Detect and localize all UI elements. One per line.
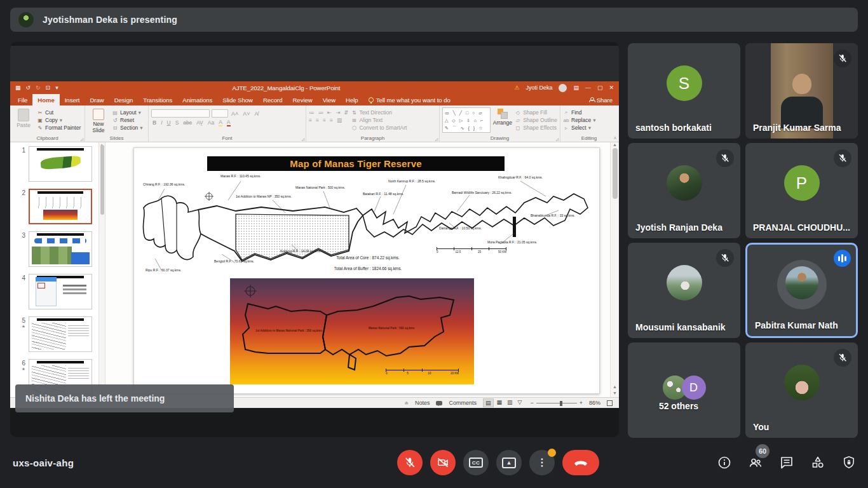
slideshow-view-icon[interactable]: ▽ xyxy=(516,398,524,407)
bullets-icon[interactable]: ≔ xyxy=(309,109,315,116)
participants-button[interactable]: 60 xyxy=(748,455,763,470)
reset-button[interactable]: ↺Reset xyxy=(112,117,143,123)
ppt-share-button[interactable]: Share xyxy=(583,94,619,105)
align-left-icon[interactable]: ≡ xyxy=(309,117,312,123)
arrange-button[interactable]: Arrange xyxy=(493,107,512,134)
ribbon-tab[interactable]: Help xyxy=(341,94,363,105)
find-button[interactable]: ⌕Find xyxy=(563,109,595,116)
format-painter-button[interactable]: ✎Format Painter xyxy=(37,125,81,131)
smartart-button[interactable]: ⬡Convert to SmartArt xyxy=(351,125,407,131)
shapes-gallery[interactable]: ▭ ╲ ╱ □ ○ ▱ △ ◇ ▷ ⇩ ⌂ ⌐ ✎ ⌒ ∿ { } ☆ xyxy=(442,107,491,133)
bold-button[interactable]: B xyxy=(153,119,156,126)
ribbon-tab[interactable]: Design xyxy=(109,94,139,105)
next-slide-icon[interactable]: ▼ xyxy=(613,391,617,395)
slide-sorter-view-icon[interactable]: ▦ xyxy=(495,398,505,407)
paste-button[interactable]: Paste xyxy=(13,107,34,134)
shadow-button[interactable]: S xyxy=(175,119,179,126)
layout-button[interactable]: ▤Layout ▾ xyxy=(112,109,143,116)
font-dialog-launcher[interactable]: ◿ xyxy=(301,137,304,141)
notes-button[interactable]: Notes xyxy=(415,400,430,406)
slide-scrollbar[interactable]: ▲ ▲ ▼ xyxy=(610,142,619,397)
quick-access-toolbar[interactable]: ▦ ↺ ↻ ⊡ ▾ xyxy=(15,85,58,91)
slide-thumbnail[interactable]: 4 ★ xyxy=(17,274,105,309)
participant-tile[interactable]: P PRANJAL CHOUDHU... xyxy=(745,143,858,238)
comments-button[interactable]: Comments xyxy=(449,400,477,406)
tell-me-box[interactable]: Tell me what you want to do xyxy=(363,94,456,105)
leave-call-button[interactable] xyxy=(562,450,599,475)
qat-customize-icon[interactable]: ▾ xyxy=(55,85,58,91)
participant-tile[interactable]: Pranjit Kumar Sarma xyxy=(745,43,858,139)
indent-decrease-icon[interactable]: ⇤ xyxy=(327,109,332,116)
collapse-ribbon-icon[interactable]: ˄ xyxy=(614,136,616,140)
ribbon-tab[interactable]: Insert xyxy=(60,94,85,105)
shrink-font-icon[interactable]: A˅ xyxy=(241,111,251,117)
ppt-user-avatar[interactable] xyxy=(559,84,567,92)
ribbon-tab[interactable]: File xyxy=(13,94,32,105)
participant-tile[interactable]: Mousumi kansabanik xyxy=(628,243,740,338)
shape-effects-button[interactable]: ◻Shape Effects xyxy=(515,125,557,131)
ribbon-tab[interactable]: Record xyxy=(258,94,288,105)
shape-fill-button[interactable]: ◇Shape Fill xyxy=(515,109,557,116)
select-button[interactable]: ▹Select ▾ xyxy=(563,125,595,131)
fit-to-window-icon[interactable] xyxy=(607,400,613,406)
section-button[interactable]: ⊟Section ▾ xyxy=(112,125,143,131)
reading-view-icon[interactable]: ▥ xyxy=(505,398,515,407)
host-controls-button[interactable] xyxy=(841,455,857,470)
line-spacing-icon[interactable]: ⇵ xyxy=(344,109,348,116)
ribbon-display-icon[interactable]: ▤ xyxy=(573,85,579,91)
indent-increase-icon[interactable]: ⇥ xyxy=(336,109,340,116)
start-slideshow-icon[interactable]: ⊡ xyxy=(46,85,51,91)
close-icon[interactable]: ✕ xyxy=(609,85,614,91)
more-options-button[interactable]: ⋮ xyxy=(529,450,555,475)
italic-button[interactable]: I xyxy=(161,119,162,126)
align-center-icon[interactable]: ≡ xyxy=(316,117,319,123)
participant-tile[interactable]: You xyxy=(745,342,858,438)
shape-outline-button[interactable]: ▱Shape Outline xyxy=(515,117,557,123)
char-spacing-button[interactable]: AV̱ xyxy=(196,119,203,126)
slide-thumbnail[interactable]: 2 ★ xyxy=(17,189,105,224)
captions-button[interactable]: CC xyxy=(463,450,489,475)
participant-tile[interactable]: Jyotish Ranjan Deka xyxy=(628,143,740,238)
columns-icon[interactable]: ▥ xyxy=(337,117,342,123)
current-slide[interactable]: Map of Manas Tiger Reserve xyxy=(133,147,600,394)
clear-formatting-icon[interactable]: A̸ xyxy=(254,111,260,117)
ribbon-tab[interactable]: Animations xyxy=(177,94,217,105)
justify-icon[interactable]: ≡ xyxy=(330,117,333,123)
thumbnail-scrollbar[interactable]: ▲ ▼ xyxy=(98,142,105,397)
grow-font-icon[interactable]: A˄ xyxy=(230,111,240,117)
chat-button[interactable] xyxy=(779,455,794,470)
strikethrough-button[interactable]: abc xyxy=(183,119,192,126)
participant-tile[interactable]: S santosh borkakati xyxy=(628,43,740,139)
clipboard-dialog-launcher[interactable]: ◿ xyxy=(80,137,83,141)
new-slide-button[interactable]: New Slide xyxy=(88,107,109,134)
undo-icon[interactable]: ↺ xyxy=(26,85,31,91)
font-color-button[interactable]: A xyxy=(227,119,231,126)
restore-icon[interactable]: ▢ xyxy=(597,85,603,91)
cut-button[interactable]: ✂Cut xyxy=(37,109,81,116)
underline-button[interactable]: U xyxy=(167,119,171,126)
paragraph-dialog-launcher[interactable]: ◿ xyxy=(435,137,438,141)
ribbon-tab[interactable]: Draw xyxy=(85,94,109,105)
change-case-button[interactable]: Aa xyxy=(208,119,214,126)
previous-slide-icon[interactable]: ▲ xyxy=(613,384,617,389)
numbering-icon[interactable]: ≕ xyxy=(318,109,324,116)
align-text-button[interactable]: ⊞Align Text xyxy=(351,117,407,123)
activities-button[interactable] xyxy=(810,455,825,470)
font-size-combobox[interactable] xyxy=(212,109,228,118)
zoom-slider[interactable]: −+ xyxy=(530,400,583,406)
ribbon-tab[interactable]: View xyxy=(318,94,341,105)
normal-view-icon[interactable]: ▤ xyxy=(483,398,494,407)
zoom-level[interactable]: 86% xyxy=(589,400,600,406)
ribbon-tab[interactable]: Review xyxy=(288,94,318,105)
copy-button[interactable]: ▣Copy ▾ xyxy=(37,117,81,123)
ribbon-tab[interactable]: Home xyxy=(32,94,59,105)
participant-tile[interactable]: Pabitra Kumar Nath xyxy=(745,243,858,338)
font-name-combobox[interactable] xyxy=(151,109,210,118)
save-icon[interactable]: ▦ xyxy=(15,85,21,91)
replace-button[interactable]: abReplace ▾ xyxy=(563,117,595,123)
slide-thumbnail[interactable]: 1 ★ xyxy=(17,146,105,182)
redo-icon[interactable]: ↻ xyxy=(36,85,41,91)
ribbon-tab[interactable]: Slide Show xyxy=(217,94,258,105)
ribbon-tab[interactable]: Transitions xyxy=(138,94,177,105)
align-right-icon[interactable]: ≡ xyxy=(323,117,326,123)
